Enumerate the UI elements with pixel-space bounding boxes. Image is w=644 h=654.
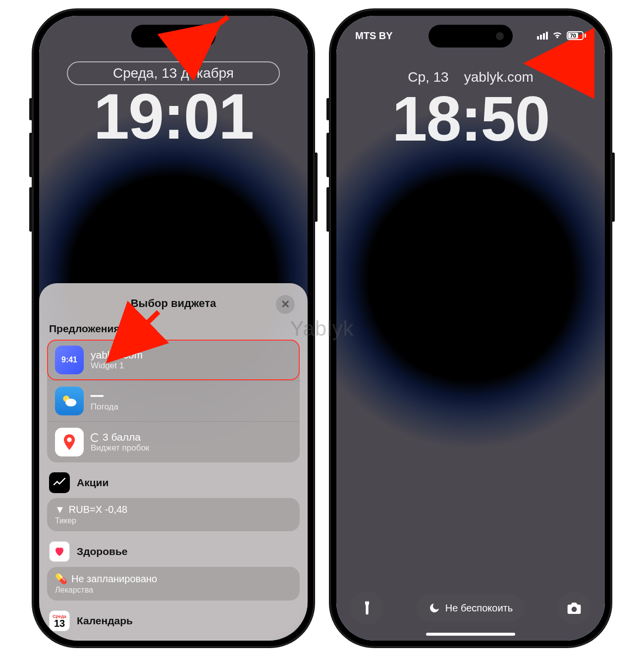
stocks-widget-row[interactable]: ▼ RUB=X -0,48 Тикер [47,498,300,531]
widget-row-traffic[interactable]: 3 балла Виджет пробок [47,422,300,462]
screen-right: MTS BY 70 Ср, 13 yablyk [336,16,605,641]
phone-right: MTS BY 70 Ср, 13 yablyk [329,9,612,648]
widget1-subtitle: Widget 1 [91,361,143,371]
health-widget-row[interactable]: 💊 Не запланировано Лекарства [47,567,300,601]
down-triangle-icon: ▼ [55,504,65,515]
phone-left: Среда, 13 декабря 19:01 Выбор виджета ✕ … [32,9,315,648]
health-label: Здоровье [77,546,127,557]
battery-icon: 70 [567,31,586,40]
status-bar: MTS BY 70 [336,26,605,46]
suggestions-card: 9:41 yablyk.com Widget 1 [47,340,300,462]
stocks-label: Акции [77,477,108,489]
flashlight-icon [359,600,375,616]
svg-point-1 [65,399,76,406]
weather-title: ━━ [91,390,118,402]
cellular-icon [537,32,548,40]
calendar-icon: Среда 13 [49,610,70,631]
screen-left: Среда, 13 декабря 19:01 Выбор виджета ✕ … [39,16,308,641]
widget-row-yablyk[interactable]: 9:41 yablyk.com Widget 1 [47,340,300,381]
traffic-title: 3 балла [91,431,149,443]
dynamic-island [131,25,215,48]
wifi-icon [552,29,563,43]
widget1-icon: 9:41 [55,346,84,374]
weather-subtitle: Погода [91,402,118,412]
stocks-ticker: RUB=X -0,48 [69,504,127,515]
focus-pill[interactable]: Не беспокоить [417,594,525,622]
sheet-title: Выбор виджета [131,297,216,309]
moon-icon [429,602,440,614]
svg-point-2 [67,438,72,443]
pill-icon: 💊 [55,573,67,585]
weather-icon [55,387,84,415]
app-section-calendar[interactable]: Среда 13 Календарь [49,610,298,631]
app-section-health[interactable]: Здоровье [49,541,298,562]
close-button[interactable]: ✕ [276,295,295,314]
widget-picker-sheet: Выбор виджета ✕ Предложения 9:41 yably [39,283,308,641]
widget-row-weather[interactable]: ━━ Погода [47,381,300,422]
calendar-label: Календарь [77,615,133,627]
health-row-title: Не запланировано [71,573,157,585]
watermark: Yablyk [290,317,354,341]
flashlight-button[interactable] [350,591,384,625]
focus-label: Не беспокоить [445,603,513,614]
stocks-ticker-sub: Тикер [55,516,292,525]
traffic-icon [55,428,84,456]
home-indicator[interactable] [426,633,515,636]
close-icon: ✕ [281,298,290,311]
app-section-stocks[interactable]: Акции [49,472,298,493]
health-row-sub: Лекарства [55,586,292,595]
lock-time: 19:01 [39,79,308,153]
lock-time: 18:50 [336,82,605,155]
traffic-subtitle: Виджет пробок [91,443,149,453]
section-suggestions-label: Предложения [49,323,298,335]
stocks-icon [49,472,70,493]
camera-button[interactable] [557,591,591,625]
camera-icon [566,600,582,616]
widget1-title: yablyk.com [91,349,143,361]
health-icon [49,541,70,562]
carrier-label: MTS BY [355,30,393,42]
